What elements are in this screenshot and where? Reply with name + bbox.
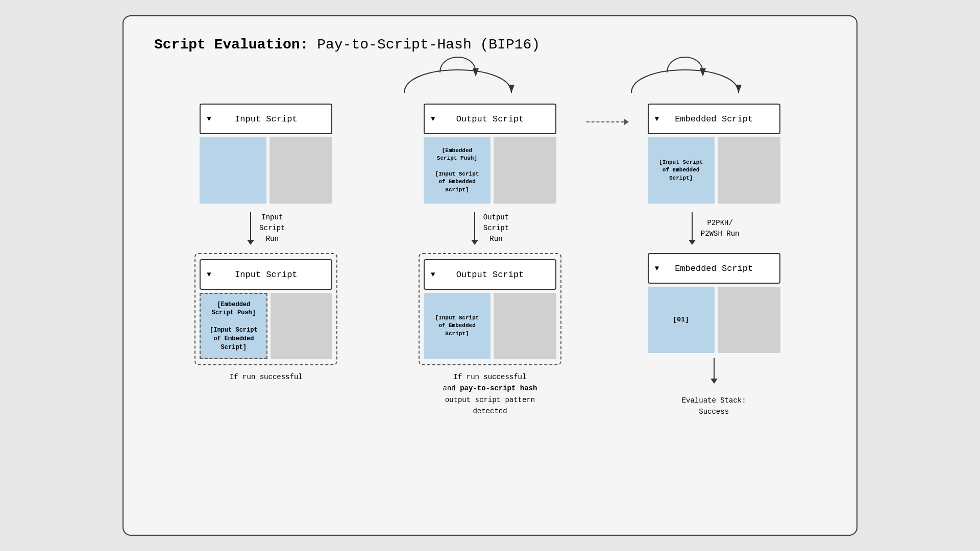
dashed-arrow-to-col3	[586, 119, 629, 125]
col3-top-stack-blue: [Input Script of Embedded Script]	[648, 137, 715, 204]
column-1: ▼ Input Script Input Script Run ▼	[179, 104, 353, 383]
col1-arrow-head	[247, 240, 254, 245]
col3-top-stack: [Input Script of Embedded Script]	[648, 137, 780, 204]
diagram-area: ▼ Input Script Input Script Run ▼	[154, 73, 826, 418]
col3-final-arrow-line	[714, 358, 715, 379]
col3-arrow-col	[689, 212, 696, 245]
col1-caption: If run successful	[230, 371, 303, 383]
dashed-arrow-line	[586, 121, 624, 122]
col2-bottom-stack-gray	[494, 293, 556, 359]
col3-arrow-label: P2PKH/ P2WSH Run	[701, 218, 740, 239]
col3-top-script-box: ▼ Embedded Script	[648, 104, 780, 134]
col1-arrow-label: Input Script Run	[259, 212, 285, 244]
col2-bottom-stack: [Input Script of Embedded Script]	[424, 293, 556, 359]
col1-top-stack	[200, 137, 332, 204]
col2-bottom-dropdown-arrow: ▼	[431, 270, 435, 279]
col3-bottom-stack: [01]	[648, 287, 780, 353]
col1-top-dropdown-arrow: ▼	[207, 115, 211, 123]
col2-arrow-col	[471, 212, 478, 245]
col2-top-dropdown-arrow: ▼	[431, 115, 435, 123]
col2-arrow: Output Script Run	[471, 212, 509, 245]
col2-dashed-box: ▼ Output Script [Input Script of Embedde…	[419, 253, 561, 365]
col2-arrow-head	[471, 240, 478, 245]
main-card: Script Evaluation: Pay-to-Script-Hash (B…	[122, 15, 857, 536]
col3-bottom-script-box: ▼ Embedded Script	[648, 253, 780, 284]
col2-top-stack: [Embedded Script Push] [Input Script of …	[424, 137, 556, 204]
col3-arrow-head	[689, 240, 696, 245]
col1-arrow: Input Script Run	[247, 212, 285, 245]
col3-top-stack-gray	[718, 137, 780, 204]
col3-top-dropdown-arrow: ▼	[655, 115, 659, 123]
col2-bottom-stack-blue: [Input Script of Embedded Script]	[424, 293, 491, 359]
col3-bottom-stack-gray	[718, 287, 780, 353]
col2-top-script-box: ▼ Output Script	[424, 104, 556, 134]
page-title: Script Evaluation: Pay-to-Script-Hash (B…	[154, 37, 826, 53]
col1-bottom-dropdown-arrow: ▼	[207, 270, 211, 279]
col1-top-script-box: ▼ Input Script	[200, 104, 332, 134]
col1-bottom-stack-gray	[271, 293, 332, 359]
col3-arrow: P2PKH/ P2WSH Run	[689, 212, 740, 245]
col2-top-stack-blue: [Embedded Script Push] [Input Script of …	[424, 137, 491, 204]
column-2: ▼ Output Script [Embedded Script Push] […	[403, 104, 577, 417]
col3-final-arrow-col	[710, 358, 718, 384]
col2-caption: If run successful and pay-to-script hash…	[443, 371, 537, 417]
col1-top-stack-blue	[200, 137, 266, 204]
col3-bottom-dropdown-arrow: ▼	[655, 264, 659, 272]
col1-bottom-stack: [Embedded Script Push] [Input Script of …	[200, 293, 332, 359]
col2-top-stack-gray	[494, 137, 556, 204]
col3-final-arrow	[710, 358, 718, 384]
col2-bottom-script-box: ▼ Output Script	[424, 259, 556, 290]
dashed-arrow-head	[624, 119, 629, 125]
col2-arrow-line	[474, 212, 475, 240]
col3-caption: Evaluate Stack: Success	[682, 395, 746, 418]
col3-arrow-line	[692, 212, 693, 240]
col2-arrow-label: Output Script Run	[483, 212, 509, 244]
col1-bottom-script-box: ▼ Input Script	[200, 259, 332, 290]
col3-final-arrow-head	[710, 379, 718, 384]
col3-bottom-stack-blue: [01]	[648, 287, 715, 353]
col1-top-stack-gray	[270, 137, 332, 204]
col1-arrow-col	[247, 212, 254, 245]
column-3: ▼ Embedded Script [Input Script of Embed…	[627, 104, 801, 418]
col1-arrow-line	[250, 212, 251, 240]
col1-bottom-stack-blue: [Embedded Script Push] [Input Script of …	[200, 293, 267, 359]
col1-dashed-box: ▼ Input Script [Embedded Script Push] [I…	[194, 253, 337, 365]
